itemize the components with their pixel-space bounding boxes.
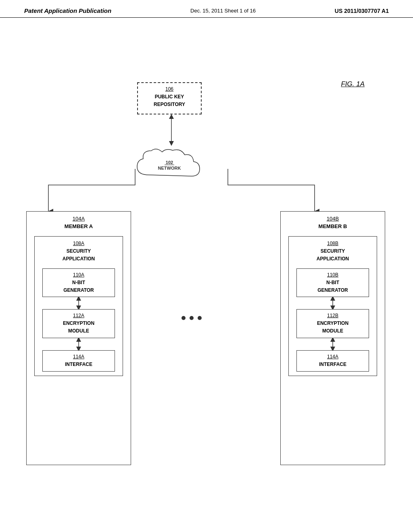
- security-app-a-box: 108A SECURITYAPPLICATION 110A N-BITGENER…: [34, 236, 123, 376]
- security-app-b-ref: 108B: [293, 241, 373, 246]
- security-app-b-label: SECURITYAPPLICATION: [317, 248, 349, 262]
- encryption-a-label: ENCRYPTIONMODULE: [63, 320, 94, 334]
- member-b-label: MEMBER B: [319, 223, 347, 229]
- public-key-repo-label: PUBLIC KEYREPOSITORY: [154, 94, 185, 107]
- publication-date: Dec. 15, 2011 Sheet 1 of 16: [190, 8, 256, 14]
- interface-b-ref: 114A: [300, 354, 365, 360]
- arrow-nbit-enc-b: [329, 297, 337, 309]
- member-b-box: 104B MEMBER B 108B SECURITYAPPLICATION 1…: [280, 211, 385, 465]
- arrow-repo-network: [167, 114, 175, 147]
- svg-text:NETWORK: NETWORK: [158, 166, 181, 170]
- arrow-nbit-enc-a: [75, 297, 83, 309]
- arrow-network-membera: [46, 165, 139, 213]
- arrow-network-memberb: [224, 165, 317, 213]
- public-key-repo-ref: 106: [142, 86, 197, 92]
- nbit-gen-a-label: N-BITGENERATOR: [63, 280, 94, 293]
- encryption-a-ref: 112A: [46, 313, 111, 318]
- member-a-ref: 104A: [31, 216, 127, 222]
- figure-label: FIG. 1A: [341, 80, 365, 88]
- dots-separator: [181, 316, 202, 320]
- encryption-a-box: 112A ENCRYPTIONMODULE: [42, 309, 115, 338]
- interface-a-box: 114A INTERFACE: [42, 350, 115, 372]
- nbit-gen-b-box: 110B N-BITGENERATOR: [296, 268, 369, 297]
- encryption-b-ref: 112B: [300, 313, 365, 318]
- svg-text:102: 102: [166, 160, 173, 165]
- nbit-gen-a-ref: 110A: [46, 272, 111, 278]
- security-app-a-label: SECURITYAPPLICATION: [63, 248, 95, 262]
- interface-b-label: INTERFACE: [319, 362, 346, 367]
- diagram-area: FIG. 1A 106 PUBLIC KEYREPOSITORY 102 NET…: [0, 18, 413, 501]
- publication-title: Patent Application Publication: [24, 7, 111, 14]
- interface-a-ref: 114A: [46, 354, 111, 360]
- dot-1: [181, 316, 186, 320]
- publication-number: US 2011/0307707 A1: [335, 8, 389, 14]
- arrow-enc-int-b: [329, 338, 337, 350]
- member-a-label: MEMBER A: [65, 223, 93, 229]
- encryption-b-box: 112B ENCRYPTIONMODULE: [296, 309, 369, 338]
- security-app-a-ref: 108A: [39, 241, 119, 246]
- interface-a-label: INTERFACE: [65, 362, 92, 367]
- public-key-repo-box: 106 PUBLIC KEYREPOSITORY: [137, 82, 202, 114]
- interface-b-box: 114A INTERFACE: [296, 350, 369, 372]
- network-cloud: 102 NETWORK: [133, 145, 206, 185]
- member-b-ref: 104B: [285, 216, 381, 222]
- nbit-gen-b-label: N-BITGENERATOR: [317, 280, 348, 293]
- security-app-b-box: 108B SECURITYAPPLICATION 110B N-BITGENER…: [288, 236, 377, 376]
- encryption-b-label: ENCRYPTIONMODULE: [317, 320, 348, 334]
- dot-3: [198, 316, 202, 320]
- cloud-svg: 102 NETWORK: [133, 145, 206, 185]
- page-header: Patent Application Publication Dec. 15, …: [0, 0, 413, 18]
- arrow-enc-int-a: [75, 338, 83, 350]
- nbit-gen-a-box: 110A N-BITGENERATOR: [42, 268, 115, 297]
- member-a-box: 104A MEMBER A 108A SECURITYAPPLICATION 1…: [26, 211, 131, 465]
- nbit-gen-b-ref: 110B: [300, 272, 365, 278]
- dot-2: [190, 316, 194, 320]
